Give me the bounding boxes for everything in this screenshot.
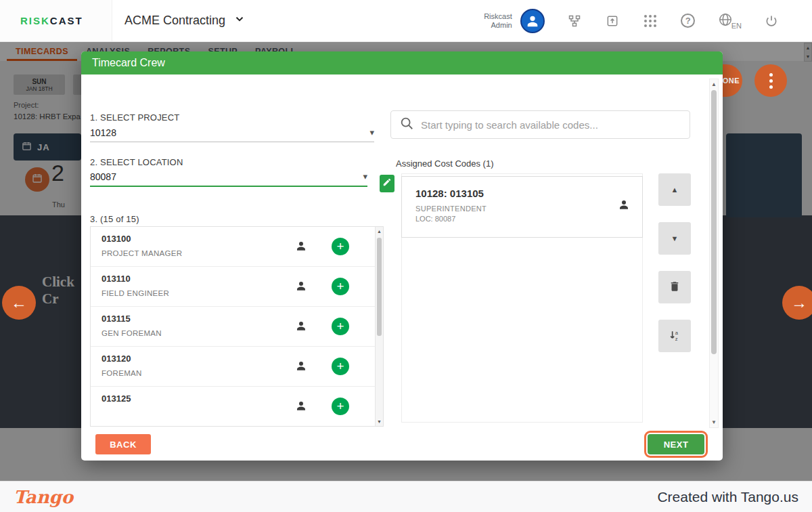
search-input[interactable] — [421, 119, 681, 131]
cost-code-row: 013120 FOREMAN — [91, 347, 376, 387]
done-button-label: ONE — [723, 77, 740, 85]
company-selector[interactable]: ACME Contracting — [125, 13, 246, 28]
assigned-cost-code-card[interactable]: 10128: 013105 SUPERINTENDENT LOC: 80087 — [401, 176, 643, 238]
trash-icon — [669, 280, 681, 295]
next-day-arrow-button[interactable] — [782, 286, 812, 320]
sort-icon: az — [668, 328, 681, 344]
chevron-down-icon — [233, 13, 246, 28]
delete-button[interactable] — [658, 271, 691, 303]
company-name: ACME Contracting — [125, 14, 225, 28]
modal-scrollbar[interactable] — [709, 79, 719, 428]
cost-code: 013125 — [102, 393, 131, 404]
chevron-down-icon — [369, 126, 374, 138]
cost-code-title: GEN FOREMAN — [102, 329, 162, 337]
cost-code-title: FOREMAN — [102, 369, 142, 377]
power-icon[interactable] — [763, 12, 780, 30]
chevron-down-icon — [363, 170, 367, 182]
next-button[interactable]: NEXT — [648, 434, 704, 454]
scroll-up-icon[interactable] — [710, 81, 718, 87]
app-header: RISKCAST ACME Contracting Riskcast Admin — [0, 0, 812, 42]
add-cost-code-button[interactable] — [332, 398, 349, 415]
person-icon[interactable] — [295, 240, 307, 255]
search-icon — [399, 116, 414, 133]
available-cost-codes-list: 013100 PROJECT MANAGER 013110 FIELD ENGI… — [90, 226, 384, 427]
available-codes-count-label: 3. (15 of 15) — [90, 214, 139, 224]
assigned-code: 10128: 013105 — [415, 188, 484, 199]
list-scrollbar[interactable] — [375, 227, 383, 426]
scroll-down-icon[interactable] — [376, 419, 383, 424]
location-select[interactable]: 80087 — [90, 168, 367, 187]
sort-button[interactable]: az — [658, 320, 691, 352]
pencil-icon — [382, 177, 392, 190]
assigned-cost-codes-title: Assigned Cost Codes (1) — [396, 158, 494, 169]
cost-code: 013110 — [102, 274, 131, 284]
org-chart-icon[interactable] — [566, 12, 583, 30]
person-icon[interactable] — [295, 360, 307, 375]
upload-icon[interactable] — [604, 12, 621, 30]
kebab-menu-button[interactable] — [754, 64, 787, 97]
header-actions: Riskcast Admin EN — [484, 9, 812, 33]
page: SUN JAN 18TH Project: 10128: HRBT Expa J… — [0, 0, 812, 512]
language-code: EN — [731, 22, 742, 30]
project-select-value: 10128 — [90, 127, 116, 138]
svg-text:z: z — [675, 335, 678, 341]
cost-code-row: 013110 FIELD ENGINEER — [91, 267, 376, 307]
cost-code-row: 013115 GEN FOREMAN — [91, 307, 376, 347]
modal-header: Timecard Crew — [81, 51, 723, 74]
edit-button[interactable] — [380, 175, 394, 192]
assigned-title-text: SUPERINTENDENT — [415, 205, 487, 213]
cost-code: 013100 — [102, 234, 131, 244]
scrollbar-thumb[interactable] — [377, 238, 382, 336]
logo-cast: CAST — [50, 15, 83, 26]
avatar[interactable] — [520, 9, 545, 33]
tango-logo: Tango — [14, 487, 73, 507]
modal-title: Timecard Crew — [92, 57, 165, 69]
scroll-up-icon[interactable] — [376, 229, 383, 234]
cost-code-row: 013125 — [91, 387, 376, 427]
scroll-down-icon[interactable] — [710, 419, 718, 425]
person-icon[interactable] — [618, 198, 630, 213]
timecard-crew-modal: Timecard Crew 1. SELECT PROJECT 10128 2.… — [81, 51, 723, 461]
apps-grid-icon[interactable] — [642, 12, 658, 30]
globe-icon — [718, 12, 733, 30]
add-cost-code-button[interactable] — [332, 358, 349, 375]
move-down-button[interactable] — [658, 222, 691, 255]
cost-code-row: 013100 PROJECT MANAGER — [91, 227, 376, 267]
person-icon[interactable] — [295, 400, 307, 414]
add-cost-code-button[interactable] — [332, 238, 349, 255]
kebab-icon — [769, 73, 773, 77]
language-selector[interactable]: EN — [718, 12, 742, 30]
help-icon[interactable] — [680, 12, 696, 30]
cost-code: 013115 — [102, 314, 131, 324]
scrollbar-thumb[interactable] — [711, 90, 717, 354]
add-cost-code-button[interactable] — [332, 278, 349, 295]
tango-credit: Created with Tango.us — [657, 489, 798, 505]
back-button[interactable]: BACK — [95, 434, 151, 454]
cost-code-title: PROJECT MANAGER — [102, 249, 182, 257]
cost-code-title: FIELD ENGINEER — [102, 289, 169, 297]
user-name: Riskcast Admin — [484, 12, 512, 30]
person-icon[interactable] — [295, 280, 307, 295]
logo-risk: RISK — [20, 15, 50, 26]
add-cost-code-button[interactable] — [332, 318, 349, 335]
tango-footer: Tango Created with Tango.us — [0, 481, 812, 512]
riskcast-logo[interactable]: RISKCAST — [0, 0, 112, 41]
location-select-value: 80087 — [90, 171, 116, 182]
cost-code: 013120 — [102, 354, 131, 364]
project-select[interactable]: 10128 — [90, 123, 374, 142]
assigned-location: LOC: 80087 — [415, 215, 455, 223]
move-up-button[interactable] — [658, 173, 691, 206]
select-project-label: 1. SELECT PROJECT — [90, 112, 179, 123]
select-location-label: 2. SELECT LOCATION — [90, 157, 183, 167]
prev-day-arrow-button[interactable] — [2, 286, 36, 320]
cost-code-search[interactable] — [390, 110, 690, 139]
person-icon[interactable] — [295, 320, 307, 335]
